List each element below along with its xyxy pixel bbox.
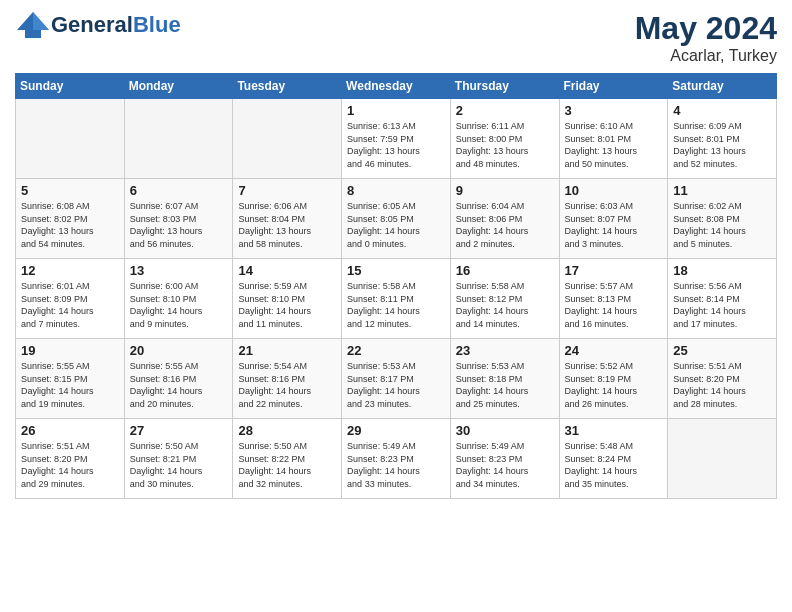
day-info: Sunrise: 5:58 AMSunset: 8:12 PMDaylight:… <box>456 280 554 330</box>
day-info: Sunrise: 6:08 AMSunset: 8:02 PMDaylight:… <box>21 200 119 250</box>
day-cell: 25Sunrise: 5:51 AMSunset: 8:20 PMDayligh… <box>668 339 777 419</box>
day-cell: 16Sunrise: 5:58 AMSunset: 8:12 PMDayligh… <box>450 259 559 339</box>
day-cell <box>16 99 125 179</box>
day-number: 18 <box>673 263 771 278</box>
day-info: Sunrise: 5:50 AMSunset: 8:22 PMDaylight:… <box>238 440 336 490</box>
day-number: 17 <box>565 263 663 278</box>
day-cell: 7Sunrise: 6:06 AMSunset: 8:04 PMDaylight… <box>233 179 342 259</box>
day-number: 15 <box>347 263 445 278</box>
day-number: 24 <box>565 343 663 358</box>
day-number: 21 <box>238 343 336 358</box>
day-cell: 23Sunrise: 5:53 AMSunset: 8:18 PMDayligh… <box>450 339 559 419</box>
day-cell <box>124 99 233 179</box>
day-cell: 5Sunrise: 6:08 AMSunset: 8:02 PMDaylight… <box>16 179 125 259</box>
day-number: 10 <box>565 183 663 198</box>
day-number: 12 <box>21 263 119 278</box>
day-info: Sunrise: 5:50 AMSunset: 8:21 PMDaylight:… <box>130 440 228 490</box>
day-number: 7 <box>238 183 336 198</box>
col-tuesday: Tuesday <box>233 74 342 99</box>
day-number: 1 <box>347 103 445 118</box>
col-friday: Friday <box>559 74 668 99</box>
day-info: Sunrise: 6:13 AMSunset: 7:59 PMDaylight:… <box>347 120 445 170</box>
day-number: 19 <box>21 343 119 358</box>
week-row-4: 19Sunrise: 5:55 AMSunset: 8:15 PMDayligh… <box>16 339 777 419</box>
header: GeneralBlue May 2024 Acarlar, Turkey <box>15 10 777 65</box>
day-cell: 29Sunrise: 5:49 AMSunset: 8:23 PMDayligh… <box>342 419 451 499</box>
day-number: 4 <box>673 103 771 118</box>
day-cell: 27Sunrise: 5:50 AMSunset: 8:21 PMDayligh… <box>124 419 233 499</box>
day-cell: 26Sunrise: 5:51 AMSunset: 8:20 PMDayligh… <box>16 419 125 499</box>
day-number: 11 <box>673 183 771 198</box>
logo: GeneralBlue <box>15 10 181 40</box>
day-cell: 10Sunrise: 6:03 AMSunset: 8:07 PMDayligh… <box>559 179 668 259</box>
day-info: Sunrise: 5:58 AMSunset: 8:11 PMDaylight:… <box>347 280 445 330</box>
day-number: 2 <box>456 103 554 118</box>
col-sunday: Sunday <box>16 74 125 99</box>
day-cell: 19Sunrise: 5:55 AMSunset: 8:15 PMDayligh… <box>16 339 125 419</box>
logo-text: GeneralBlue <box>51 14 181 36</box>
day-info: Sunrise: 6:00 AMSunset: 8:10 PMDaylight:… <box>130 280 228 330</box>
col-thursday: Thursday <box>450 74 559 99</box>
day-info: Sunrise: 5:56 AMSunset: 8:14 PMDaylight:… <box>673 280 771 330</box>
day-number: 9 <box>456 183 554 198</box>
day-info: Sunrise: 5:51 AMSunset: 8:20 PMDaylight:… <box>673 360 771 410</box>
col-wednesday: Wednesday <box>342 74 451 99</box>
day-cell <box>233 99 342 179</box>
day-cell: 6Sunrise: 6:07 AMSunset: 8:03 PMDaylight… <box>124 179 233 259</box>
location: Acarlar, Turkey <box>635 47 777 65</box>
day-number: 20 <box>130 343 228 358</box>
col-saturday: Saturday <box>668 74 777 99</box>
week-row-1: 1Sunrise: 6:13 AMSunset: 7:59 PMDaylight… <box>16 99 777 179</box>
day-info: Sunrise: 6:02 AMSunset: 8:08 PMDaylight:… <box>673 200 771 250</box>
day-cell: 22Sunrise: 5:53 AMSunset: 8:17 PMDayligh… <box>342 339 451 419</box>
day-cell: 8Sunrise: 6:05 AMSunset: 8:05 PMDaylight… <box>342 179 451 259</box>
week-row-3: 12Sunrise: 6:01 AMSunset: 8:09 PMDayligh… <box>16 259 777 339</box>
page: GeneralBlue May 2024 Acarlar, Turkey Sun… <box>0 0 792 509</box>
day-cell: 13Sunrise: 6:00 AMSunset: 8:10 PMDayligh… <box>124 259 233 339</box>
day-info: Sunrise: 5:48 AMSunset: 8:24 PMDaylight:… <box>565 440 663 490</box>
day-cell: 15Sunrise: 5:58 AMSunset: 8:11 PMDayligh… <box>342 259 451 339</box>
day-info: Sunrise: 6:10 AMSunset: 8:01 PMDaylight:… <box>565 120 663 170</box>
day-cell: 1Sunrise: 6:13 AMSunset: 7:59 PMDaylight… <box>342 99 451 179</box>
title-block: May 2024 Acarlar, Turkey <box>635 10 777 65</box>
day-cell: 17Sunrise: 5:57 AMSunset: 8:13 PMDayligh… <box>559 259 668 339</box>
day-info: Sunrise: 5:55 AMSunset: 8:15 PMDaylight:… <box>21 360 119 410</box>
calendar-table: Sunday Monday Tuesday Wednesday Thursday… <box>15 73 777 499</box>
day-info: Sunrise: 5:49 AMSunset: 8:23 PMDaylight:… <box>456 440 554 490</box>
day-number: 25 <box>673 343 771 358</box>
day-info: Sunrise: 5:51 AMSunset: 8:20 PMDaylight:… <box>21 440 119 490</box>
day-number: 23 <box>456 343 554 358</box>
day-number: 31 <box>565 423 663 438</box>
day-cell: 30Sunrise: 5:49 AMSunset: 8:23 PMDayligh… <box>450 419 559 499</box>
day-cell: 12Sunrise: 6:01 AMSunset: 8:09 PMDayligh… <box>16 259 125 339</box>
day-number: 5 <box>21 183 119 198</box>
svg-marker-1 <box>33 12 49 30</box>
day-cell: 20Sunrise: 5:55 AMSunset: 8:16 PMDayligh… <box>124 339 233 419</box>
day-number: 14 <box>238 263 336 278</box>
day-cell <box>668 419 777 499</box>
day-info: Sunrise: 6:11 AMSunset: 8:00 PMDaylight:… <box>456 120 554 170</box>
day-number: 28 <box>238 423 336 438</box>
day-number: 6 <box>130 183 228 198</box>
day-info: Sunrise: 5:52 AMSunset: 8:19 PMDaylight:… <box>565 360 663 410</box>
month-year: May 2024 <box>635 10 777 47</box>
day-info: Sunrise: 5:57 AMSunset: 8:13 PMDaylight:… <box>565 280 663 330</box>
day-info: Sunrise: 5:59 AMSunset: 8:10 PMDaylight:… <box>238 280 336 330</box>
day-number: 3 <box>565 103 663 118</box>
day-info: Sunrise: 5:53 AMSunset: 8:18 PMDaylight:… <box>456 360 554 410</box>
day-cell: 4Sunrise: 6:09 AMSunset: 8:01 PMDaylight… <box>668 99 777 179</box>
day-cell: 24Sunrise: 5:52 AMSunset: 8:19 PMDayligh… <box>559 339 668 419</box>
day-number: 16 <box>456 263 554 278</box>
day-info: Sunrise: 5:49 AMSunset: 8:23 PMDaylight:… <box>347 440 445 490</box>
day-number: 27 <box>130 423 228 438</box>
day-cell: 21Sunrise: 5:54 AMSunset: 8:16 PMDayligh… <box>233 339 342 419</box>
day-cell: 11Sunrise: 6:02 AMSunset: 8:08 PMDayligh… <box>668 179 777 259</box>
day-cell: 18Sunrise: 5:56 AMSunset: 8:14 PMDayligh… <box>668 259 777 339</box>
day-info: Sunrise: 6:09 AMSunset: 8:01 PMDaylight:… <box>673 120 771 170</box>
day-info: Sunrise: 5:54 AMSunset: 8:16 PMDaylight:… <box>238 360 336 410</box>
day-number: 13 <box>130 263 228 278</box>
day-cell: 9Sunrise: 6:04 AMSunset: 8:06 PMDaylight… <box>450 179 559 259</box>
day-info: Sunrise: 6:04 AMSunset: 8:06 PMDaylight:… <box>456 200 554 250</box>
header-row: Sunday Monday Tuesday Wednesday Thursday… <box>16 74 777 99</box>
day-info: Sunrise: 6:07 AMSunset: 8:03 PMDaylight:… <box>130 200 228 250</box>
